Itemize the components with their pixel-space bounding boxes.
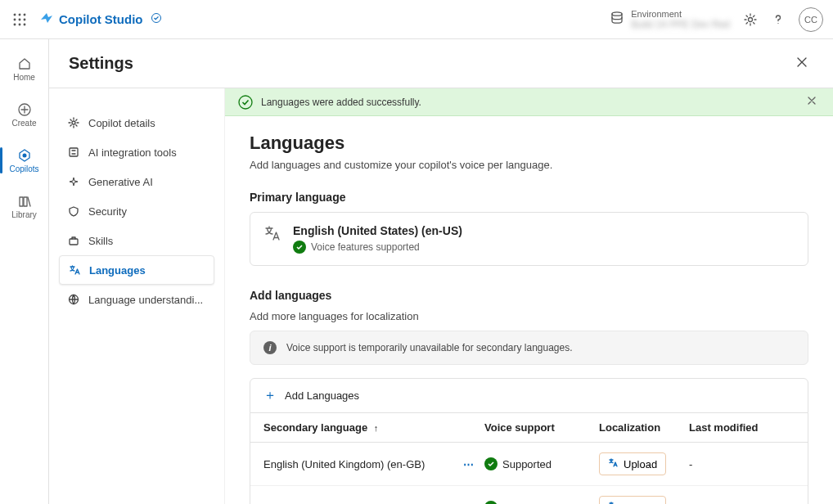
svg-point-3 [14, 19, 16, 20]
svg-rect-18 [70, 148, 78, 156]
sidebar-item-generative-ai[interactable]: Generative AI [59, 167, 214, 196]
svg-point-8 [24, 24, 25, 25]
settings-title: Settings [69, 54, 133, 73]
svg-point-21 [239, 96, 252, 109]
page-description: Add languages and customize your copilot… [250, 159, 808, 171]
sort-ascending-icon: ↑ [374, 423, 379, 433]
add-languages-button[interactable]: ＋ Add Languages [250, 378, 808, 413]
upload-button[interactable]: Upload [599, 496, 666, 504]
svg-point-10 [612, 12, 622, 16]
add-languages-heading: Add languages [250, 289, 808, 302]
row-language-name: Italian (Italy) (it-IT) [263, 502, 484, 505]
settings-sidebar: Copilot details AI integration tools Gen… [49, 88, 225, 504]
sidebar-item-copilot-details[interactable]: Copilot details [59, 108, 214, 137]
app-launcher-icon[interactable] [10, 10, 29, 29]
primary-language-label: Primary language [250, 191, 808, 204]
close-icon[interactable] [790, 51, 813, 76]
topbar: Copilot Studio Environment Build 24 PPE … [0, 0, 833, 39]
add-languages-subtitle: Add more languages for localization [250, 310, 808, 322]
globe-icon [67, 293, 80, 306]
svg-point-4 [19, 19, 20, 20]
check-circle-icon [484, 457, 498, 470]
svg-point-1 [19, 14, 20, 16]
table-row: English (United Kingdom) (en-GB) ⋯ Suppo… [250, 443, 808, 486]
row-voice-support: Supported [484, 501, 599, 504]
settings-header: Settings [49, 39, 833, 88]
primary-language-name: English (United States) (en-US) [293, 224, 462, 237]
primary-voice-text: Voice features supported [311, 241, 420, 253]
row-last-modified: - [689, 502, 795, 505]
row-language-name: English (United Kingdom) (en-GB) [263, 458, 484, 470]
col-localization[interactable]: Localization [599, 421, 689, 434]
product-name: Copilot Studio [59, 12, 142, 26]
product-logo[interactable]: Copilot Studio [39, 11, 162, 28]
leftnav-create[interactable]: Create [0, 92, 48, 137]
primary-language-card: English (United States) (en-US) Voice fe… [250, 212, 808, 266]
sparkle-icon [67, 175, 80, 188]
col-last-modified[interactable]: Last modified [689, 421, 795, 434]
svg-point-2 [24, 14, 25, 16]
environment-icon [610, 11, 624, 28]
svg-point-0 [14, 14, 16, 16]
svg-point-5 [24, 19, 25, 20]
briefcase-icon [67, 234, 80, 247]
upload-button[interactable]: Upload [599, 452, 666, 475]
svg-point-11 [749, 17, 753, 21]
svg-point-17 [72, 121, 75, 124]
languages-table: Secondary language ↑ Voice support Local… [250, 413, 808, 504]
plus-icon: ＋ [263, 387, 277, 404]
success-alert: Languages were added successfully. [225, 88, 833, 116]
svg-rect-15 [20, 197, 23, 206]
svg-rect-19 [70, 239, 78, 245]
translate-icon [263, 224, 281, 254]
sidebar-item-skills[interactable]: Skills [59, 226, 214, 255]
leftnav-home[interactable]: Home [0, 46, 48, 92]
translate-icon [608, 457, 619, 470]
page-heading: Languages [250, 133, 808, 154]
svg-point-12 [777, 22, 778, 23]
translate-icon [608, 501, 619, 504]
left-nav: Home Create Copilots Library [0, 39, 49, 504]
sidebar-item-lang-understanding[interactable]: Language understandi... [59, 285, 214, 314]
col-voice-support[interactable]: Voice support [484, 421, 599, 434]
row-voice-support: Supported [484, 457, 599, 470]
alert-close-icon[interactable] [804, 92, 820, 111]
sidebar-item-ai-tools[interactable]: AI integration tools [59, 137, 214, 167]
sidebar-item-security[interactable]: Security [59, 196, 214, 226]
info-banner: i Voice support is temporarily unavailab… [250, 331, 808, 365]
info-icon: i [263, 341, 277, 354]
verified-badge-icon [151, 12, 162, 26]
leftnav-library[interactable]: Library [0, 183, 48, 229]
sidebar-item-languages[interactable]: Languages [59, 255, 214, 285]
shield-icon [67, 205, 80, 218]
row-last-modified: - [689, 458, 795, 470]
table-header: Secondary language ↑ Voice support Local… [250, 413, 808, 443]
user-avatar[interactable]: CC [799, 7, 823, 32]
svg-point-14 [22, 153, 26, 157]
integration-icon [67, 146, 80, 159]
check-circle-icon [293, 241, 306, 254]
gear-icon [67, 116, 80, 129]
svg-point-7 [19, 24, 20, 25]
col-secondary-language[interactable]: Secondary language ↑ [263, 421, 484, 434]
help-icon[interactable] [771, 12, 786, 27]
gear-icon[interactable] [743, 12, 758, 27]
environment-label: Environment [631, 9, 730, 19]
check-circle-icon [238, 95, 253, 110]
svg-point-6 [14, 24, 16, 25]
check-circle-icon [484, 501, 498, 504]
svg-rect-16 [24, 197, 27, 206]
environment-picker[interactable]: Environment Build 24 PPE Dev Red [610, 9, 730, 30]
alert-text: Languages were added successfully. [261, 97, 421, 108]
row-more-icon[interactable]: ⋯ [463, 458, 475, 470]
leftnav-copilots[interactable]: Copilots [0, 137, 48, 183]
translate-icon [68, 263, 81, 277]
copilot-logo-icon [39, 11, 54, 28]
environment-name: Build 24 PPE Dev Red [631, 19, 730, 30]
table-row: Italian (Italy) (it-IT) ⋯ Supported Uplo… [250, 486, 808, 504]
info-text: Voice support is temporarily unavailable… [286, 342, 573, 353]
row-more-icon[interactable]: ⋯ [463, 502, 475, 505]
